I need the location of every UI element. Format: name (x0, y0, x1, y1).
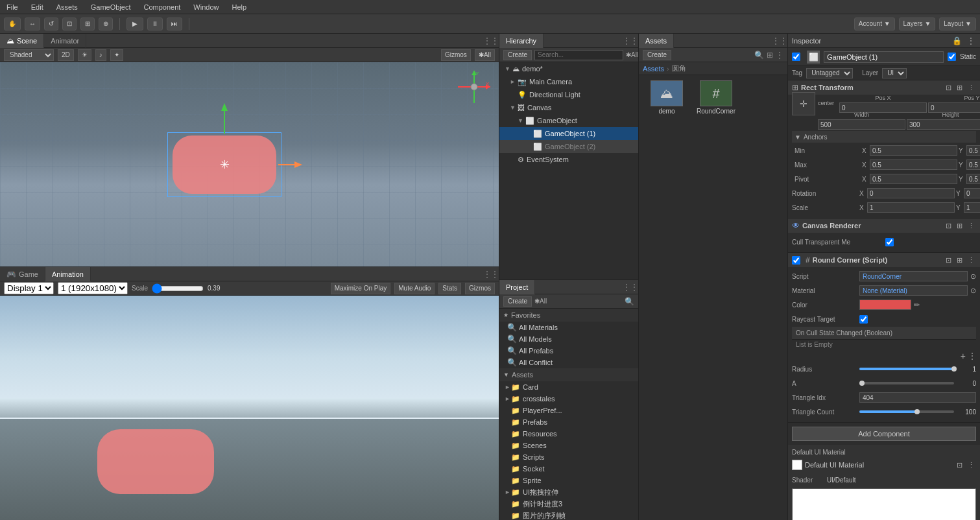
hierarchy-item-gameobj1[interactable]: ⬜ GameObject (1) (499, 127, 638, 140)
gameobj-active-checkbox[interactable] (792, 53, 800, 61)
folder-countdown[interactable]: 📁 倒计时进度3 (499, 498, 638, 510)
assets-overflow[interactable]: ⋮ (776, 51, 783, 60)
rect-transform-action-2[interactable]: ⊞ (955, 84, 964, 92)
canvas-renderer-action-1[interactable]: ⊡ (944, 222, 953, 230)
assets-layout-icon[interactable]: ⊞ (767, 51, 773, 60)
account-button[interactable]: Account ▼ (854, 18, 895, 30)
menu-edit[interactable]: Edit (29, 2, 46, 12)
scene-rounded-rect[interactable]: ✳ (173, 136, 276, 194)
tool-rotate[interactable]: ↺ (44, 18, 58, 30)
a-slider-track[interactable] (859, 382, 954, 384)
material-select-btn[interactable]: ⊙ (970, 287, 976, 295)
anchor-min-y-input[interactable]: 0.5 (966, 145, 980, 156)
script-select-btn[interactable]: ⊙ (970, 272, 976, 281)
pivot-y-input[interactable]: 0.5 (966, 174, 980, 184)
tab-hierarchy[interactable]: Hierarchy (499, 34, 544, 48)
mat-action-1[interactable]: ⊡ (955, 461, 964, 469)
tab-scene[interactable]: ⛰ Scene (0, 34, 44, 48)
display-select[interactable]: Display 1 (4, 282, 54, 294)
mute-audio-btn[interactable]: Mute Audio (394, 283, 435, 294)
cull-transparent-checkbox[interactable] (885, 238, 894, 246)
tab-animation[interactable]: Animation (45, 267, 91, 281)
folder-scenes[interactable]: 📁 Scenes (499, 440, 638, 451)
tool-transform[interactable]: ⊕ (99, 18, 113, 30)
hierarchy-item-eventsystem[interactable]: ⚙ EventSystem (499, 153, 638, 166)
scale-y-input[interactable]: 1 (964, 202, 980, 213)
folder-resources[interactable]: 📁 Resources (499, 428, 638, 440)
game-gizmos-btn[interactable]: Gizmos (465, 283, 495, 294)
pivot-x-input[interactable]: 0.5 (870, 174, 957, 184)
hierarchy-item-gameobj[interactable]: ▼ ⬜ GameObject (499, 114, 638, 127)
resolution-select[interactable]: 1 (1920x1080) (58, 282, 128, 294)
tab-game[interactable]: 🎮 Game (0, 267, 45, 281)
folder-sprite[interactable]: 📁 Sprite (499, 475, 638, 486)
rect-transform-action-3[interactable]: ⋮ (966, 84, 976, 92)
fav-all-prefabs[interactable]: 🔍 All Prefabs (499, 345, 638, 357)
width-input[interactable]: 500 (818, 119, 905, 130)
rect-transform-action-1[interactable]: ⊡ (944, 84, 953, 92)
menu-window[interactable]: Window (191, 2, 221, 12)
color-picker-btn[interactable]: ✏ (914, 301, 920, 309)
hierarchy-item-gameobj2[interactable]: ⬜ GameObject (2) (499, 140, 638, 153)
gameobj-name-input[interactable]: GameObject (1) (824, 51, 944, 63)
tab-project[interactable]: Project (499, 280, 535, 294)
add-component-btn[interactable]: Add Component (792, 427, 976, 441)
layer-select[interactable]: UI (882, 68, 907, 78)
fav-all-conflict[interactable]: 🔍 All Conflict (499, 357, 638, 368)
play-button[interactable]: ▶ (126, 18, 143, 30)
hierarchy-item-light[interactable]: 💡 Directional Light (499, 88, 638, 101)
material-ref-input[interactable]: None (Material) (859, 285, 968, 296)
favorites-header[interactable]: ★ Favorites (499, 309, 638, 322)
step-button[interactable]: ⏭ (167, 18, 182, 30)
menu-component[interactable]: Component (141, 2, 183, 12)
triangle-count-slider-track[interactable] (859, 410, 954, 413)
raycast-target-checkbox[interactable] (859, 315, 868, 324)
menu-file[interactable]: File (4, 2, 21, 12)
anchor-max-x-input[interactable]: 0.5 (870, 160, 957, 170)
folder-playerpref[interactable]: 📁 PlayerPref... (499, 405, 638, 416)
all-btn[interactable]: ✱All (475, 49, 495, 61)
asset-demo-scene[interactable]: ⛰ demo (644, 80, 689, 115)
stats-btn[interactable]: Stats (438, 283, 461, 294)
asset-roundcorner-script[interactable]: # RoundCorner (693, 80, 739, 115)
hierarchy-item-demo[interactable]: ▼ ⛰ demo* (499, 62, 638, 75)
static-checkbox[interactable] (948, 53, 956, 61)
list-menu-btn[interactable]: ⋮ (968, 351, 976, 361)
project-create-btn[interactable]: Create (503, 296, 532, 307)
fav-all-materials[interactable]: 🔍 All Materials (499, 322, 638, 333)
2d-toggle[interactable]: 2D (58, 49, 74, 61)
anchor-diagram[interactable]: ✛ (792, 92, 815, 115)
hierarchy-panel-menu[interactable]: ⋮⋮ (623, 36, 638, 45)
menu-gameobject[interactable]: GameObject (88, 2, 134, 12)
menu-help[interactable]: Help (229, 2, 249, 12)
assets-header[interactable]: ▼ Assets (499, 368, 638, 381)
tab-assets[interactable]: Assets (639, 34, 674, 48)
game-panel-menu[interactable]: ⋮⋮ (483, 270, 499, 279)
hierarchy-create-btn[interactable]: Create (503, 50, 532, 60)
canvas-renderer-action-3[interactable]: ⋮ (966, 222, 976, 230)
rot-x-input[interactable]: 0 (867, 188, 955, 198)
triangle-idx-input[interactable]: 404 (859, 392, 976, 403)
canvas-renderer-action-2[interactable]: ⊞ (955, 222, 964, 230)
menu-assets[interactable]: Assets (54, 2, 80, 12)
lighting-btn[interactable]: ☀ (78, 49, 91, 61)
project-all-btn[interactable]: ✱All (534, 298, 547, 305)
scene-canvas[interactable]: ✳ Y X (0, 62, 499, 266)
anchors-header[interactable]: ▼ Anchors (792, 131, 976, 143)
breadcrumb-root[interactable]: Assets (643, 65, 664, 73)
rot-y-input[interactable]: 0 (964, 188, 980, 198)
script-ref-input[interactable]: RoundCorner (859, 271, 968, 281)
hierarchy-all-btn[interactable]: ✱All (626, 51, 638, 58)
fx-btn[interactable]: ✦ (110, 49, 123, 61)
anchor-min-x-input[interactable]: 0.5 (870, 145, 957, 156)
tool-hand[interactable]: ✋ (4, 18, 21, 30)
pause-button[interactable]: ⏸ (147, 18, 163, 30)
anchor-max-y-input[interactable]: 0.5 (966, 160, 980, 170)
color-swatch[interactable] (859, 300, 911, 310)
folder-crosstales[interactable]: ► 📁 crosstales (499, 393, 638, 405)
hierarchy-search-input[interactable] (534, 50, 623, 60)
tool-move[interactable]: ↔ (25, 18, 40, 30)
round-corner-header[interactable]: # Round Corner (Script) ⊡ ⊞ ⋮ (788, 253, 980, 267)
maximize-on-play-btn[interactable]: Maximize On Play (331, 283, 391, 294)
folder-image-seq[interactable]: 📁 图片的序列帧 (499, 510, 638, 520)
